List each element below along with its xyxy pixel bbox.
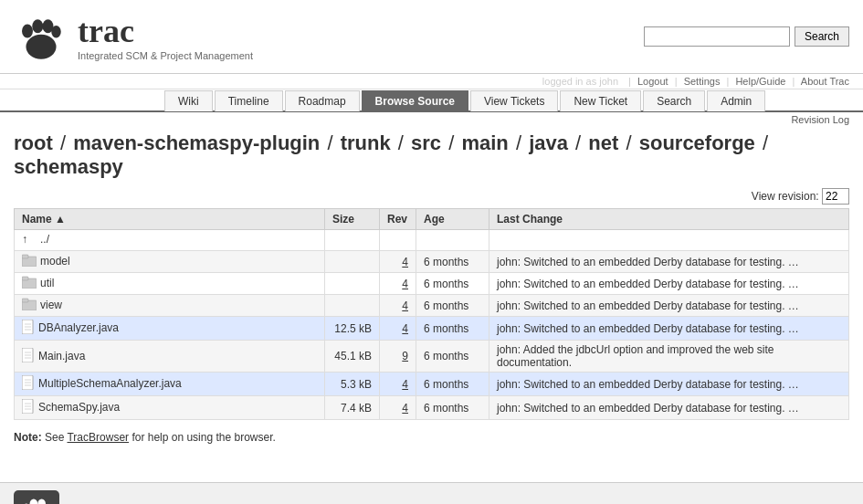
view-revision-input[interactable] [822,188,849,205]
cell-rev: 9 [380,341,416,373]
search-area: Search [644,26,849,47]
rev-link[interactable]: 9 [402,350,408,362]
footer-logo-icon [14,490,59,504]
logged-in-text: logged in as john [542,76,618,87]
logo-text: trac Integrated SCM & Project Management [78,12,253,61]
cell-lastchange: john: Added the jdbcUrl option and impro… [489,341,849,373]
breadcrumb-root[interactable]: root [14,131,53,154]
table-row: view 4 6 months john: Switched to an emb… [15,295,849,317]
dir-link[interactable]: model [40,255,70,268]
cell-name: SchemaSpy.java [15,396,325,420]
logo-area: trac Integrated SCM & Project Management [14,9,253,64]
svg-rect-6 [22,255,28,258]
file-link[interactable]: MultipleSchemaAnalyzer.java [38,377,182,390]
up-link[interactable]: ../ [40,233,49,246]
cell-rev: 4 [380,396,416,420]
file-icon [22,348,35,365]
col-header-age: Age [416,209,489,230]
note-text: See [45,431,67,444]
cell-lastchange: john: Switched to an embedded Derby data… [489,273,849,295]
cell-age: 6 months [416,295,489,317]
breadcrumb-java[interactable]: java [529,131,568,154]
app-subtitle: Integrated SCM & Project Management [78,50,253,61]
table-row: Main.java 45.1 kB 9 6 months john: Added… [15,341,849,373]
breadcrumb-src[interactable]: src [411,131,441,154]
breadcrumb-trunk[interactable]: trunk [341,131,391,154]
cell-age: 6 months [416,341,489,373]
tab-roadmap[interactable]: Roadmap [285,90,360,111]
cell-rev: 4 [380,273,416,295]
breadcrumb: root / maven-schemaspy-plugin / trunk / … [0,127,863,186]
app-title: trac [78,12,253,50]
file-link[interactable]: DBAnalyzer.java [38,321,119,334]
tab-new-ticket[interactable]: New Ticket [560,90,641,111]
footer-left: Powered by Trac 0.9.4 By Edgewall Softwa… [14,490,169,504]
file-table: Name ▲ Size Rev Age Last Change ↑../ mod… [14,208,849,420]
file-link[interactable]: Main.java [38,349,85,362]
view-revision-area: View revision: [0,186,863,208]
breadcrumb-main[interactable]: main [461,131,508,154]
svg-point-1 [22,25,33,38]
cell-lastchange: john: Switched to an embedded Derby data… [489,251,849,273]
view-revision-label: View revision: [752,190,819,203]
breadcrumb-sourceforge[interactable]: sourceforge [639,131,755,154]
svg-rect-10 [22,299,28,302]
cell-age: 6 months [416,373,489,396]
folder-icon [22,254,37,269]
file-icon [22,399,35,416]
rev-link[interactable]: 4 [402,256,408,268]
cell-age: 6 months [416,273,489,295]
user-nav: logged in as john | Logout | Settings | … [0,74,863,89]
cell-size: 12.5 kB [325,317,380,341]
tracbrowser-link[interactable]: TracBrowser [67,431,129,444]
tab-admin[interactable]: Admin [707,90,765,111]
file-icon [22,375,35,393]
header: trac Integrated SCM & Project Management… [0,0,863,74]
file-icon [22,320,35,337]
rev-link[interactable]: 4 [402,402,408,415]
logout-link[interactable]: Logout [637,76,668,87]
folder-icon [22,276,37,291]
tab-browse-source[interactable]: Browse Source [362,90,468,111]
note-label: Note: [14,431,42,444]
cell-lastchange [489,230,849,251]
breadcrumb-schemaspy: schemaspy [14,155,123,178]
search-button[interactable]: Search [795,26,849,47]
tab-search[interactable]: Search [643,90,705,111]
cell-name: util [15,273,325,295]
table-row: ↑../ [15,230,849,251]
help-link[interactable]: Help/Guide [735,76,785,87]
cell-size: 5.3 kB [325,373,380,396]
file-link[interactable]: SchemaSpy.java [38,401,120,414]
cell-name: Main.java [15,341,325,373]
tab-timeline[interactable]: Timeline [215,90,283,111]
svg-point-2 [32,19,43,33]
cell-name: model [15,251,325,273]
rev-link[interactable]: 4 [402,378,408,391]
footer: Powered by Trac 0.9.4 By Edgewall Softwa… [0,482,863,504]
tab-wiki[interactable]: Wiki [164,90,213,111]
rev-link[interactable]: 4 [402,278,408,290]
revision-log-link[interactable]: Revision Log [791,114,849,125]
breadcrumb-maven[interactable]: maven-schemaspy-plugin [73,131,320,154]
col-header-name: Name ▲ [15,209,325,230]
search-input[interactable] [644,26,790,47]
rev-link[interactable]: 4 [402,322,408,335]
tab-view-tickets[interactable]: View Tickets [470,90,558,111]
table-row: model 4 6 months john: Switched to an em… [15,251,849,273]
main-nav: Wiki Timeline Roadmap Browse Source View… [0,89,863,112]
rev-link[interactable]: 4 [402,299,408,312]
svg-point-0 [26,35,57,59]
breadcrumb-net[interactable]: net [588,131,618,154]
col-header-size: Size [325,209,380,230]
folder-icon [22,298,37,313]
cell-rev: 4 [380,251,416,273]
cell-name: DBAnalyzer.java [15,317,325,341]
dir-link[interactable]: util [40,277,54,289]
trac-logo-icon [14,9,68,64]
settings-link[interactable]: Settings [684,76,721,87]
about-link[interactable]: About Trac [801,76,849,87]
dir-link[interactable]: view [40,299,62,311]
cell-name: MultipleSchemaAnalyzer.java [15,373,325,396]
cell-rev: 4 [380,373,416,396]
